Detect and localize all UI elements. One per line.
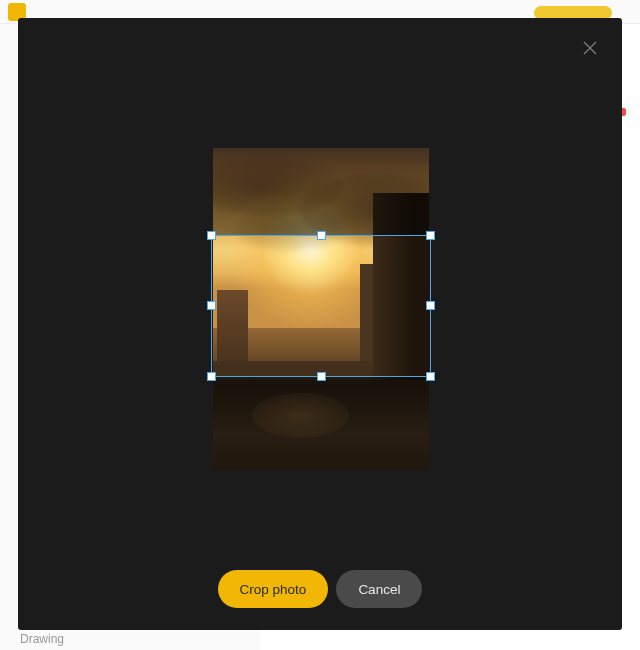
close-icon	[582, 40, 598, 56]
crop-handle-top-right[interactable]	[426, 231, 435, 240]
crop-handle-middle-left[interactable]	[207, 301, 216, 310]
crop-handle-middle-right[interactable]	[426, 301, 435, 310]
crop-handle-bottom-left[interactable]	[207, 372, 216, 381]
crop-handle-top-left[interactable]	[207, 231, 216, 240]
close-button[interactable]	[578, 36, 602, 60]
sidebar-item-drawing: Drawing	[20, 632, 64, 646]
crop-handle-top-center[interactable]	[317, 231, 326, 240]
crop-modal: Crop photo Cancel	[18, 18, 622, 630]
crop-handle-bottom-center[interactable]	[317, 372, 326, 381]
cancel-button[interactable]: Cancel	[336, 570, 422, 608]
crop-photo-button[interactable]: Crop photo	[218, 570, 329, 608]
modal-button-row: Crop photo Cancel	[18, 570, 622, 608]
crop-selection[interactable]	[211, 235, 431, 377]
crop-handle-bottom-right[interactable]	[426, 372, 435, 381]
image-stage	[213, 148, 429, 470]
